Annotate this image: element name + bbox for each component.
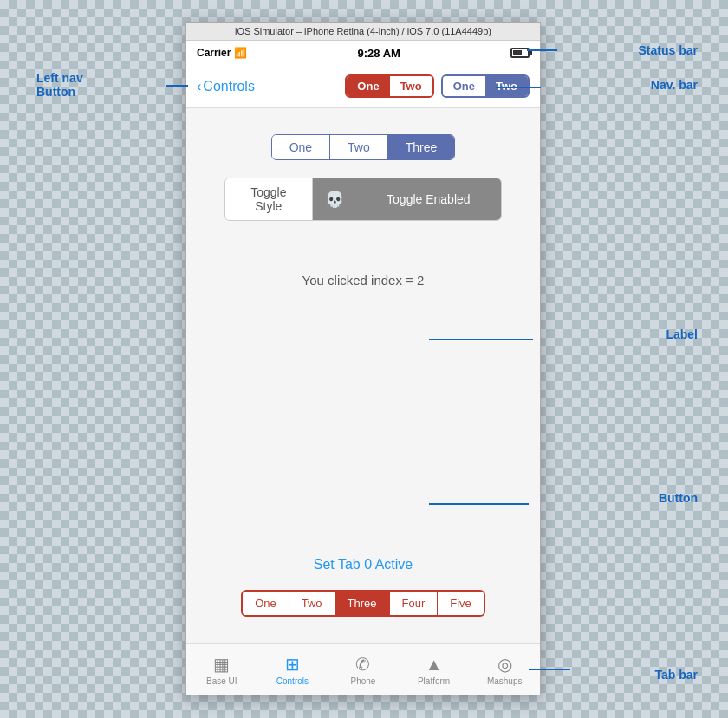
nav-seg-blue-one[interactable]: One (443, 76, 485, 96)
window-title: iOS Simulator – iPhone Retina (4-inch) /… (235, 26, 491, 36)
bottom-seg-one[interactable]: One (243, 592, 289, 615)
annotation-status-bar: Status bar (639, 43, 698, 57)
line-label (429, 339, 533, 340)
line-nav-bar (496, 87, 541, 88)
annotation-tab-bar: Tab bar (654, 668, 698, 682)
annotation-button: Button (659, 491, 698, 505)
battery-fill (513, 50, 522, 55)
toggle-enabled-label: Toggle Enabled (387, 192, 471, 206)
tab-controls-label: Controls (276, 676, 309, 686)
click-index-label: You clicked index = 2 (302, 273, 425, 288)
main-seg-two[interactable]: Two (330, 135, 388, 159)
annotation-label: Label (666, 327, 698, 341)
toggle-style-label: Toggle Style (250, 185, 286, 213)
back-button[interactable]: ‹ Controls (197, 79, 255, 94)
line-button (429, 503, 529, 505)
bottom-segmented-control: One Two Three Four Five (241, 590, 485, 617)
carrier-info: Carrier 📶 (197, 47, 247, 59)
annotation-left-nav: Left navButton (36, 71, 83, 99)
nav-seg-red-one[interactable]: One (347, 76, 389, 96)
platform-icon: ▲ (426, 655, 443, 675)
carrier-label: Carrier (197, 47, 231, 59)
main-content: One Two Three Toggle Style 💀 Toggle Enab… (186, 108, 540, 643)
toggle-style-button[interactable]: Toggle Style (225, 178, 313, 220)
bottom-seg-four[interactable]: Four (390, 592, 439, 615)
nav-segmented-red: One Two (345, 74, 433, 98)
tab-bar: ▦ Base UI ⊞ Controls ✆ Phone ▲ Platform … (186, 643, 540, 695)
tab-phone-label: Phone (351, 676, 376, 686)
bottom-seg-two[interactable]: Two (289, 592, 335, 615)
toggle-enabled-button[interactable]: Toggle Enabled (356, 178, 501, 220)
annotation-nav-bar: Nav. bar (651, 78, 698, 92)
wifi-icon: 📶 (234, 47, 247, 59)
time-display: 9:28 AM (357, 47, 400, 60)
status-bar: Carrier 📶 9:28 AM (186, 41, 540, 65)
tab-mashups-label: Mashups (487, 676, 523, 686)
bottom-seg-three[interactable]: Three (335, 592, 390, 615)
skull-icon: 💀 (325, 190, 344, 209)
bottom-seg-five[interactable]: Five (438, 592, 484, 615)
line-status-bar (527, 49, 557, 51)
main-segmented-control: One Two Three (271, 134, 456, 160)
tab-platform[interactable]: ▲ Platform (399, 655, 470, 686)
main-seg-three[interactable]: Three (388, 135, 455, 159)
toggle-row: Toggle Style 💀 Toggle Enabled (224, 178, 502, 221)
line-tab-bar (529, 669, 570, 670)
base-ui-icon: ▦ (213, 654, 230, 675)
mashups-icon: ◎ (497, 654, 512, 675)
main-seg-one[interactable]: One (272, 135, 330, 159)
set-tab-label: Set Tab 0 Active (314, 557, 413, 572)
back-chevron-icon: ‹ (197, 79, 201, 94)
tab-phone[interactable]: ✆ Phone (328, 654, 399, 686)
line-left-nav (166, 85, 188, 87)
controls-icon: ⊞ (285, 654, 300, 675)
nav-seg-red-two[interactable]: Two (390, 76, 432, 96)
tab-base-ui[interactable]: ▦ Base UI (186, 654, 257, 686)
nav-bar: ‹ Controls One Two One Two (186, 65, 540, 108)
set-tab-button[interactable]: Set Tab 0 Active (314, 557, 413, 572)
tab-platform-label: Platform (418, 676, 450, 686)
window-title-bar: iOS Simulator – iPhone Retina (4-inch) /… (186, 23, 540, 41)
tab-controls[interactable]: ⊞ Controls (257, 654, 328, 686)
tab-base-ui-label: Base UI (206, 676, 237, 686)
back-button-label: Controls (203, 79, 255, 94)
phone-frame: iOS Simulator – iPhone Retina (4-inch) /… (185, 22, 541, 695)
toggle-emoji-icon: 💀 (313, 178, 356, 220)
phone-icon: ✆ (355, 654, 370, 675)
